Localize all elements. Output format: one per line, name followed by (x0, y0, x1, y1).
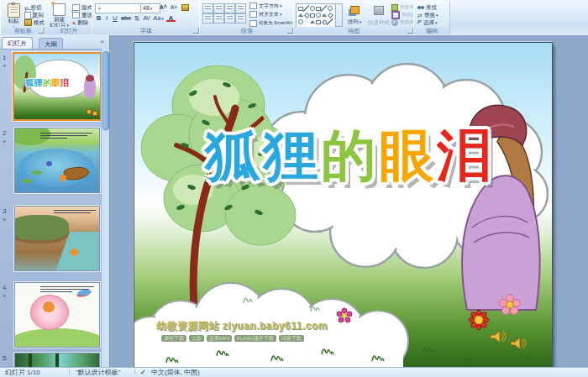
shape-icon[interactable] (297, 18, 303, 25)
shapes-gallery-scroll[interactable] (335, 3, 343, 27)
replace-button[interactable]: 替换 (417, 11, 438, 18)
shape-fill-icon (391, 4, 398, 11)
grow-font-button[interactable]: A^ (160, 3, 167, 11)
title-char: 泪 (437, 123, 492, 188)
increase-indent-button[interactable] (235, 3, 246, 13)
quick-styles-button[interactable]: 快速样式 (366, 3, 391, 29)
copy-button[interactable]: 复制 (24, 11, 44, 18)
slide-thumbnail-5[interactable] (14, 353, 100, 367)
italic-button[interactable]: I (103, 13, 110, 23)
thumbnails-scrollbar[interactable] (101, 49, 109, 367)
tab-outline[interactable]: 大纲 (39, 38, 63, 49)
thumb-plane (77, 289, 92, 296)
clear-formatting-button[interactable] (181, 3, 191, 11)
shapes-gallery[interactable] (296, 3, 338, 29)
font-group-label: 字体 (92, 27, 200, 34)
spellcheck-icon[interactable]: ✓ (140, 369, 146, 377)
new-slide-button[interactable]: 新建 幻灯片 (47, 3, 71, 29)
ribbon-group-paragraph: 文字方向 对齐文本 转换为 SmartArt 段落 (199, 1, 295, 34)
drawing-dialog-launcher[interactable] (407, 28, 413, 34)
select-button[interactable]: 选择 (417, 18, 438, 26)
shape-icon[interactable] (309, 18, 315, 25)
slide-canvas[interactable]: 狐狸的眼泪 幼教资源网站 ziyuan.baby611.com 课件下载 儿歌 … (134, 42, 553, 368)
slide-thumbnail-1[interactable]: 狐狸的眼泪 (13, 52, 102, 121)
shape-icon[interactable] (303, 5, 309, 12)
slide-thumbnail-3[interactable] (14, 206, 100, 271)
slide-counter: 幻灯片 1/10 (5, 369, 40, 377)
align-left-button[interactable] (202, 13, 213, 24)
shape-icon[interactable] (303, 12, 309, 18)
shape-icon[interactable] (309, 12, 315, 18)
shape-icon[interactable] (327, 12, 333, 18)
character-spacing-button[interactable]: AV (141, 13, 152, 23)
slide-thumbnail-2[interactable] (14, 128, 100, 193)
change-case-button[interactable]: Aa (153, 13, 164, 23)
font-size-combo[interactable]: 48 (140, 3, 160, 13)
animation-indicator (3, 63, 6, 68)
slide-thumbnail-4[interactable] (14, 282, 100, 348)
sound-icon[interactable] (491, 331, 506, 343)
new-slide-icon (53, 3, 66, 16)
close-pane-icon[interactable] (97, 38, 107, 47)
slide-number: 2 (3, 129, 6, 137)
shape-icon[interactable] (309, 5, 315, 12)
convert-smartart-button[interactable]: 转换为 SmartArt (249, 19, 295, 27)
red-daisy (469, 310, 489, 330)
scrollbar-thumb[interactable] (102, 51, 109, 130)
slides-group-label: 幻灯片 (45, 27, 92, 34)
slide-title[interactable]: 狐狸的眼泪 (205, 128, 495, 184)
align-center-button[interactable] (213, 13, 224, 24)
shape-icon[interactable] (327, 5, 333, 12)
text-direction-button[interactable]: 文字方向 (249, 3, 282, 10)
reset-button[interactable]: 重设 (72, 11, 92, 18)
numbering-button[interactable] (213, 3, 224, 13)
underline-button[interactable]: U (111, 13, 119, 23)
arrange-button[interactable]: 排列 (343, 3, 366, 29)
paste-button[interactable]: 粘贴 (3, 3, 24, 29)
shape-icon[interactable] (327, 18, 333, 25)
thumb-fox (71, 249, 78, 256)
status-bar: 幻灯片 1/10 "默认设计模板" ✓ 中文(简体, 中国) (0, 367, 588, 377)
shape-icon[interactable] (297, 12, 303, 18)
tab-slides[interactable]: 幻灯片 (2, 37, 33, 49)
tree (141, 65, 296, 322)
bullets-button[interactable] (202, 3, 213, 13)
shape-icon[interactable] (321, 12, 327, 18)
shrink-font-button[interactable]: A˅ (171, 3, 177, 11)
shape-icon[interactable] (321, 5, 327, 12)
slide-illustration (134, 43, 552, 367)
cut-button[interactable]: ✂剪切 (24, 3, 41, 11)
shape-icon[interactable] (321, 18, 327, 25)
align-right-button[interactable] (224, 13, 235, 24)
title-char: 狸 (263, 123, 318, 188)
strikethrough-button[interactable]: abc (120, 13, 132, 23)
ribbon-group-font: 48 A^ A˅ B I U abc S AV Aa A 字体 (92, 1, 201, 34)
font-name-combo[interactable] (95, 3, 142, 13)
sound-icon[interactable] (511, 338, 526, 349)
justify-button[interactable] (235, 13, 246, 24)
text-shadow-button[interactable]: S (133, 13, 140, 23)
font-color-button[interactable]: A (165, 13, 176, 23)
bold-button[interactable]: B (95, 13, 102, 23)
decrease-indent-button[interactable] (224, 3, 235, 13)
delete-slide-button[interactable]: ×删除 (72, 18, 88, 26)
title-char: 狐 (205, 123, 260, 188)
align-text-button[interactable]: 对齐文本 (249, 11, 282, 18)
font-dialog-launcher[interactable] (193, 28, 199, 34)
thumb-hill (14, 128, 50, 145)
thumb-hill (14, 328, 100, 348)
paragraph-dialog-launcher[interactable] (287, 28, 293, 34)
shape-icon[interactable] (303, 18, 309, 25)
language-indicator[interactable]: 中文(简体, 中国) (151, 369, 200, 377)
smartart-icon (249, 20, 257, 27)
editing-group-label: 编辑 (414, 27, 449, 34)
text-direction-icon (249, 3, 257, 9)
shape-icon[interactable] (315, 18, 321, 25)
shape-icon[interactable] (315, 5, 321, 12)
slide-number: 5 (3, 354, 6, 362)
find-button[interactable]: 查找 (417, 3, 437, 11)
site-watermark: 幼教资源网站 ziyuan.baby611.com (156, 321, 328, 331)
shape-icon[interactable] (315, 12, 321, 18)
clipboard-dialog-launcher[interactable] (39, 28, 45, 34)
shape-icon[interactable] (297, 5, 303, 12)
